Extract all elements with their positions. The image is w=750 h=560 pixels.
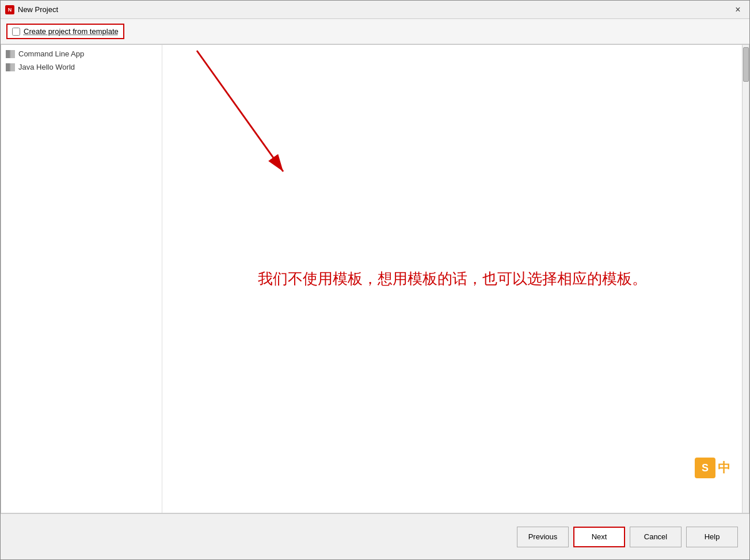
cancel-button[interactable]: Cancel bbox=[630, 527, 682, 547]
next-button[interactable]: Next bbox=[573, 527, 625, 547]
ime-chinese-char: 中 bbox=[718, 459, 730, 477]
create-from-template-label[interactable]: Create project from template bbox=[6, 24, 124, 39]
title-bar: N New Project × bbox=[1, 1, 749, 19]
annotation-text: 我们不使用模板，想用模板的话，也可以选择相应的模板。 bbox=[258, 269, 647, 289]
list-item-label-1: Command Line App bbox=[18, 49, 84, 58]
folder-icon-2 bbox=[6, 63, 15, 71]
main-panel: Command Line App Java Hello World 我们不使用模… bbox=[1, 44, 749, 513]
previous-button[interactable]: Previous bbox=[517, 527, 569, 547]
checkbox-row: Create project from template bbox=[1, 19, 749, 44]
window-title: New Project bbox=[18, 5, 731, 14]
sogou-icon: S bbox=[695, 458, 715, 478]
list-item-java-hello[interactable]: Java Hello World bbox=[1, 60, 162, 74]
create-from-template-checkbox[interactable] bbox=[12, 28, 20, 36]
svg-text:N: N bbox=[8, 7, 12, 13]
close-button[interactable]: × bbox=[731, 3, 745, 17]
folder-icon-1 bbox=[6, 50, 15, 58]
new-project-dialog: N New Project × Create project from temp… bbox=[0, 0, 750, 560]
svg-line-3 bbox=[197, 51, 283, 172]
annotation-area: 我们不使用模板，想用模板的话，也可以选择相应的模板。 S 中 bbox=[162, 45, 742, 513]
help-button[interactable]: Help bbox=[686, 527, 738, 547]
scrollbar-thumb[interactable] bbox=[743, 47, 749, 82]
ime-overlay: S 中 bbox=[695, 458, 730, 478]
checkbox-label-text: Create project from template bbox=[24, 27, 119, 36]
vertical-scrollbar[interactable] bbox=[742, 45, 749, 513]
list-item-command-line[interactable]: Command Line App bbox=[1, 47, 162, 60]
list-item-label-2: Java Hello World bbox=[18, 63, 75, 71]
bottom-bar: Previous Next Cancel Help bbox=[1, 513, 749, 559]
app-icon: N bbox=[5, 5, 14, 14]
template-list: Command Line App Java Hello World bbox=[1, 45, 162, 513]
sogou-icon-text: S bbox=[702, 462, 709, 474]
